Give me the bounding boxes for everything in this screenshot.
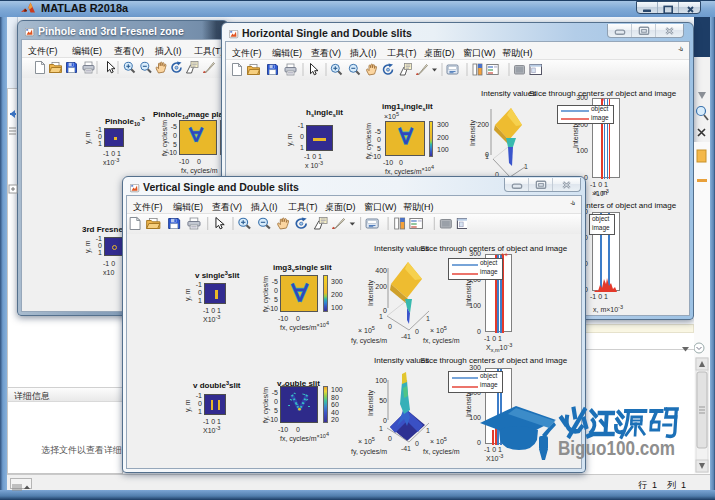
svg-text:1: 1 [426,427,430,434]
svg-text:0: 0 [388,435,392,442]
svg-text:1: 1 [379,425,383,432]
svg-text:1: 1 [407,445,411,452]
svg-text:1: 1 [485,153,489,160]
svg-text:0: 0 [388,323,392,330]
svg-text:0: 0 [415,328,419,335]
svg-text:1: 1 [379,313,383,320]
svg-text:1: 1 [407,333,411,340]
svg-text:0: 0 [415,440,419,447]
svg-text:1: 1 [426,315,430,322]
svg-text:Biguo100.com: Biguo100.com [558,436,675,459]
svg-text:1: 1 [524,163,528,170]
